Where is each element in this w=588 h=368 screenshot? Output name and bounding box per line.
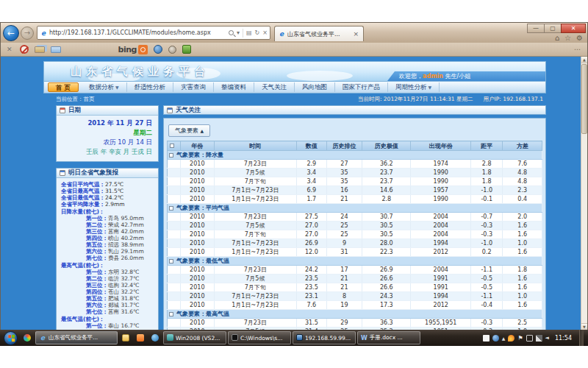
favorites-star-icon[interactable]: ☆ (564, 34, 571, 42)
forecast-rank-value: 苍山 32.2℃ (108, 289, 154, 295)
table-cell: 1.0 (503, 292, 542, 301)
table-cell: 7.6 (296, 301, 326, 310)
tools-gear-icon[interactable]: ⚙ (576, 34, 583, 42)
address-bar[interactable]: e http://192.168.137.1/GLCCLIMATE/module… (37, 26, 270, 40)
mail-addon-icon[interactable] (51, 46, 61, 53)
element-selector-button[interactable]: 气象要素 ▲ (168, 124, 210, 137)
browser-tab[interactable]: e 山东省气候业务平... × (274, 26, 364, 41)
nav-item-weather-focus[interactable]: 天气关注 (254, 82, 295, 92)
compatibility-icon[interactable]: ▤ (246, 29, 252, 36)
explorer-icon[interactable] (119, 332, 132, 344)
table-cell: 27 (326, 160, 362, 169)
forecast-rank-value: 泰山 16.7℃ (108, 322, 154, 329)
task-button-win2008[interactable]: Win2008 (VS2... (163, 331, 226, 344)
table-cell: 14.6 (362, 186, 411, 195)
minimize-button[interactable]: — (527, 24, 545, 33)
table-cell: 2010 (180, 230, 214, 239)
blocked-icon[interactable] (20, 45, 29, 54)
gregorian-date: 2012 年 11 月 27 日 (62, 118, 152, 128)
search-icon[interactable] (229, 30, 234, 35)
bing-search-box[interactable]: bing (118, 45, 148, 54)
camera-addon-icon[interactable] (154, 45, 162, 54)
table-cell: -1.1 (471, 266, 503, 275)
nav-item-periodic-analysis[interactable]: 周期性分析 ▼ (388, 82, 440, 92)
tab-close-icon[interactable]: × (351, 30, 360, 38)
checkbox[interactable] (170, 144, 174, 148)
toolbar-close-icon[interactable]: ✕ (7, 46, 12, 53)
forecast-summary-label: 全省日最高气温： (61, 188, 105, 194)
row-checkbox-cell (168, 248, 181, 257)
bing-search-icon[interactable] (138, 45, 148, 54)
nav-item-compiled-data[interactable]: 整编资料 (214, 82, 254, 92)
forward-button[interactable]: → (21, 26, 34, 40)
table-cell: -1.0 (471, 239, 503, 248)
action-center-flag-icon[interactable]: ⚑ (517, 335, 523, 342)
start-button[interactable] (4, 331, 18, 345)
checkbox[interactable] (169, 259, 173, 263)
puzzle-addon-icon[interactable] (182, 45, 191, 54)
url-text[interactable]: http://192.168.137.1/GLCCLIMATE/modules/… (49, 29, 229, 36)
nav-item-national-products[interactable]: 国家下行产品 (335, 82, 388, 92)
nav-item-disaster-query[interactable]: 灾害查询 (173, 82, 214, 92)
task-button-rdp[interactable]: 192.168.59.99... (293, 331, 356, 344)
row-checkbox-cell (168, 213, 181, 222)
cards-addon-icon[interactable] (35, 46, 45, 53)
more-icon[interactable]: ⋯ (574, 46, 581, 53)
table-cell: 25 (326, 230, 362, 239)
chevron-down-icon: ▼ (427, 85, 432, 90)
show-hidden-icons[interactable]: ▲ (502, 336, 506, 341)
table-cell: 9 (326, 239, 362, 248)
home-icon[interactable]: ⌂ (555, 34, 559, 42)
task-label: Win2008 (VS2... (176, 335, 220, 342)
app-orange-icon[interactable] (134, 332, 147, 344)
maximize-button[interactable]: ▢ (544, 24, 562, 33)
paw-addon-icon[interactable] (168, 46, 176, 54)
refresh-icon[interactable]: ↻ (255, 29, 260, 36)
user-ip: 用户IP: 192.168.137.1 (483, 96, 543, 103)
forecast-summary-value: 27.5℃ (105, 181, 123, 188)
table-row: 20107月23日31.52936.31955,1951-0.32.5 (168, 319, 542, 328)
checkbox[interactable] (169, 312, 173, 316)
ime-indicator-icon[interactable] (483, 335, 490, 342)
launcher-icon[interactable] (21, 332, 34, 344)
vertical-scrollbar[interactable]: ▲ ▼ (581, 57, 587, 330)
table-cell: 2010 (180, 283, 214, 292)
nav-item-home[interactable]: 首 页 (48, 82, 79, 92)
media-player-icon[interactable] (148, 332, 162, 344)
table-cell: 23.7 (362, 169, 411, 177)
scroll-up-icon[interactable]: ▲ (581, 57, 587, 63)
scroll-down-icon[interactable]: ▼ (581, 323, 587, 330)
show-desktop-button[interactable] (579, 330, 584, 346)
checkbox[interactable] (169, 206, 173, 210)
volume-icon[interactable]: ◄ (545, 335, 549, 341)
table-cell: 1955,1951 (411, 319, 471, 328)
nav-item-data-analysis[interactable]: 数据分析 ▼ (82, 82, 127, 92)
close-button[interactable]: ✕ (561, 24, 586, 33)
nav-item-comfort-analysis[interactable]: 舒适性分析 (127, 82, 174, 92)
taskbar-clock[interactable]: 11:54 (552, 335, 576, 342)
back-button[interactable]: ← (3, 25, 19, 41)
task-button-docx[interactable]: W手册.docx ... (357, 331, 420, 344)
table-cell: 1.8 (471, 177, 503, 186)
table-cell: 2010 (180, 266, 214, 275)
forecast-summary-value: 24.2℃ (105, 194, 123, 201)
nav-item-wind-map[interactable]: 风向地图 (295, 82, 335, 92)
flame-icon[interactable] (508, 335, 514, 342)
network-icon[interactable] (536, 335, 542, 342)
table-cell: 2010 (180, 160, 214, 169)
stop-icon[interactable]: × (262, 29, 268, 36)
forecast-rank-value: 莒南 42.0mm (108, 228, 154, 235)
update-icon[interactable] (492, 335, 499, 342)
task-button-ie-climate[interactable]: e山东省气候业务平... (35, 331, 118, 344)
windows-logo-icon (8, 335, 15, 342)
rdp-icon (296, 334, 303, 342)
checkbox[interactable] (169, 153, 173, 158)
tab-title[interactable]: 山东省气候业务平... (287, 30, 351, 38)
browser-titlebar: ← → e http://192.168.137.1/GLCCLIMATE/mo… (1, 23, 587, 43)
chevron-down-icon[interactable]: ▾ (237, 29, 240, 36)
table-cell: -0.5 (471, 275, 503, 283)
scrollbar-thumb[interactable] (581, 64, 587, 134)
task-button-cmd[interactable]: C:\Windows\s... (228, 331, 291, 344)
table-cell: 2010 (180, 213, 214, 222)
display-icon[interactable] (526, 335, 533, 342)
